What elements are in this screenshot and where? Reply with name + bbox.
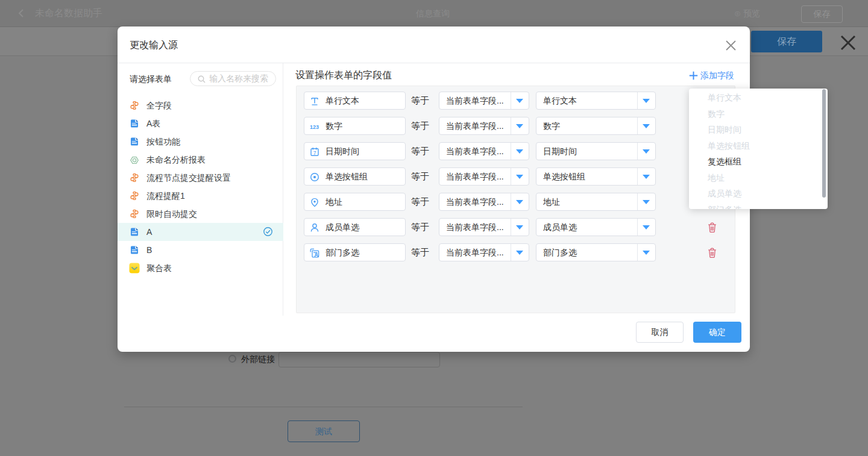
svg-text:123: 123 [310,124,319,130]
svg-text:7: 7 [313,150,316,156]
